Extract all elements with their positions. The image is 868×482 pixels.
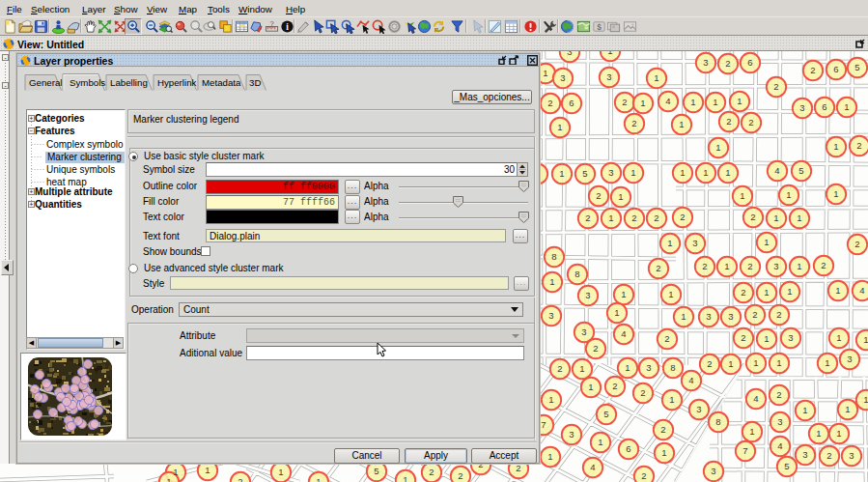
svg-text:6: 6 [747, 57, 752, 68]
svg-text:3: 3 [692, 238, 697, 248]
svg-text:8: 8 [715, 416, 720, 427]
svg-text:1: 1 [703, 167, 708, 178]
svg-text:1: 1 [728, 358, 733, 369]
svg-text:3: 3 [849, 450, 854, 461]
svg-text:1: 1 [608, 213, 613, 223]
svg-text:4: 4 [590, 462, 595, 472]
svg-text:4: 4 [753, 393, 758, 404]
svg-text:3: 3 [696, 404, 701, 414]
svg-text:5: 5 [582, 168, 587, 179]
svg-text:4: 4 [774, 165, 779, 176]
svg-text:1: 1 [614, 307, 619, 318]
svg-text:1: 1 [579, 363, 584, 374]
svg-text:1: 1 [753, 357, 758, 368]
svg-text:2: 2 [516, 463, 520, 473]
svg-text:1: 1 [836, 428, 841, 439]
svg-text:1: 1 [588, 382, 593, 392]
svg-text:3: 3 [608, 167, 613, 178]
svg-text:1: 1 [835, 285, 840, 296]
svg-text:2: 2 [593, 343, 598, 354]
svg-text:3: 3 [569, 429, 574, 439]
svg-text:1: 1 [797, 213, 801, 223]
svg-text:1: 1 [403, 474, 407, 482]
svg-text:1: 1 [786, 189, 791, 200]
svg-text:2: 2 [752, 309, 757, 320]
svg-text:2: 2 [741, 332, 745, 343]
svg-text:3: 3 [799, 102, 804, 113]
svg-text:2: 2 [821, 260, 826, 270]
svg-text:2: 2 [631, 213, 636, 223]
svg-text:1: 1 [548, 394, 553, 405]
svg-text:1: 1 [749, 426, 754, 437]
svg-text:2: 2 [748, 117, 753, 128]
svg-text:1: 1 [316, 476, 321, 482]
svg-text:1: 1 [713, 97, 717, 107]
svg-text:8: 8 [574, 269, 579, 279]
svg-text:2: 2 [429, 467, 434, 477]
svg-text:1: 1 [797, 261, 801, 271]
svg-text:3: 3 [847, 354, 852, 364]
svg-text:2: 2 [854, 239, 859, 249]
svg-text:1: 1 [802, 405, 807, 415]
svg-text:2: 2 [656, 263, 660, 273]
svg-text:3: 3 [646, 362, 651, 373]
svg-text:3D: 3D [249, 77, 261, 88]
svg-text:7: 7 [541, 419, 546, 430]
svg-text:1: 1 [661, 447, 666, 458]
svg-text:3: 3 [585, 290, 590, 300]
svg-text:2: 2 [596, 190, 601, 201]
svg-text:4: 4 [777, 440, 782, 451]
svg-text:1: 1 [543, 68, 547, 78]
svg-text:5: 5 [603, 409, 608, 419]
svg-text:1: 1 [833, 141, 838, 152]
svg-text:2: 2 [707, 358, 712, 369]
svg-text:2: 2 [747, 261, 752, 271]
svg-text:1: 1 [547, 451, 552, 462]
svg-text:1: 1 [825, 357, 829, 368]
svg-text:2: 2 [702, 261, 707, 271]
svg-text:1: 1 [549, 276, 554, 287]
svg-text:Metadata: Metadata [202, 77, 241, 88]
svg-text:3: 3 [567, 51, 572, 57]
svg-text:1: 1 [690, 97, 695, 107]
svg-text:Hyperlink: Hyperlink [157, 77, 197, 88]
svg-text:2: 2 [826, 450, 831, 461]
svg-text:$: $ [597, 22, 602, 32]
svg-text:2: 2 [664, 333, 669, 344]
svg-text:2: 2 [776, 309, 781, 320]
svg-text:1: 1 [557, 122, 562, 132]
svg-text:1: 1 [764, 287, 769, 298]
svg-text:1: 1 [787, 286, 792, 297]
svg-text:3: 3 [728, 311, 733, 322]
svg-text:1: 1 [776, 357, 781, 368]
svg-text:1: 1 [863, 334, 868, 345]
svg-text:2: 2 [660, 424, 665, 435]
svg-text:5: 5 [854, 62, 859, 72]
svg-text:2: 2 [776, 389, 781, 400]
svg-text:3: 3 [703, 57, 708, 68]
svg-text:1: 1 [278, 467, 283, 477]
svg-text:8: 8 [670, 362, 675, 373]
svg-text:5: 5 [784, 461, 789, 471]
svg-text:2: 2 [741, 287, 745, 298]
svg-text:1: 1 [621, 289, 626, 299]
svg-text:1: 1 [773, 213, 778, 223]
svg-text:2: 2 [585, 213, 590, 223]
svg-text:1: 1 [679, 119, 684, 129]
svg-text:3: 3 [788, 332, 793, 343]
svg-text:6: 6 [833, 64, 838, 74]
svg-text:2: 2 [680, 212, 685, 222]
svg-text:2: 2 [238, 476, 242, 482]
svg-text:1: 1 [205, 465, 210, 475]
svg-text:1: 1 [816, 428, 821, 439]
svg-text:1: 1 [681, 311, 686, 322]
svg-text:2: 2 [631, 118, 636, 128]
svg-text:2: 2 [622, 97, 627, 107]
svg-text:General: General [29, 77, 62, 88]
svg-text:i: i [286, 22, 289, 32]
svg-text:1: 1 [173, 467, 178, 477]
svg-text:1: 1 [559, 168, 564, 179]
svg-text:1: 1 [845, 404, 850, 414]
svg-text:1: 1 [833, 188, 838, 199]
svg-text:1: 1 [863, 394, 868, 405]
